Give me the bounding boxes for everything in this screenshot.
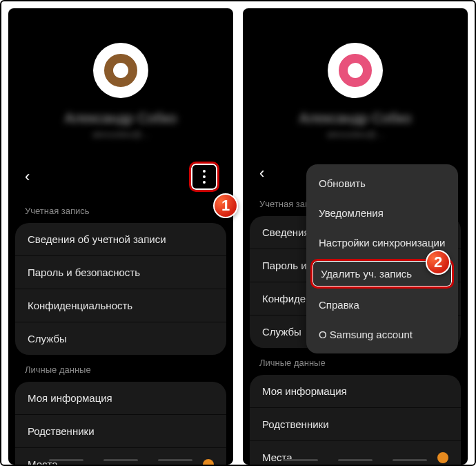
step-badge-2: 2 bbox=[426, 250, 450, 275]
avatar[interactable] bbox=[93, 43, 148, 98]
list-item[interactable]: Службы bbox=[15, 322, 226, 355]
menu-item-notifications[interactable]: Уведомления bbox=[306, 198, 458, 228]
list-item[interactable]: Родственники bbox=[250, 408, 461, 441]
menu-item-help[interactable]: Справка bbox=[306, 290, 458, 320]
user-name: Александр Собко bbox=[65, 110, 177, 126]
toolbar: ‹ bbox=[8, 157, 233, 196]
menu-item-about[interactable]: О Samsung account bbox=[306, 320, 458, 349]
profile-header: Александр Собко alexsobko@... bbox=[8, 8, 233, 153]
user-name: Александр Собко bbox=[299, 110, 412, 126]
more-button[interactable] bbox=[192, 164, 217, 189]
list-item[interactable]: Моя информация bbox=[15, 382, 226, 415]
nav-bar bbox=[8, 459, 233, 461]
list-item[interactable]: Родственники bbox=[15, 415, 226, 448]
list-item[interactable]: Сведения об учетной записи bbox=[15, 223, 226, 256]
badge-icon bbox=[437, 452, 448, 463]
nav-bar bbox=[243, 459, 468, 461]
back-button[interactable]: ‹ bbox=[259, 164, 264, 182]
personal-list: Моя информация Родственники Места bbox=[250, 375, 461, 465]
screenshot-right: Александр Собко alexsobko@... ‹ Учетная … bbox=[243, 8, 468, 465]
section-personal: Личные данные bbox=[8, 355, 233, 382]
section-account: Учетная запись bbox=[8, 196, 233, 223]
donut-icon bbox=[339, 54, 372, 87]
highlight-box bbox=[189, 162, 219, 192]
list-item[interactable]: Пароль и безопасность bbox=[15, 256, 226, 289]
profile-header: Александр Собко alexsobko@... bbox=[243, 8, 468, 153]
avatar[interactable] bbox=[328, 43, 383, 98]
list-item[interactable]: Места bbox=[15, 448, 226, 465]
personal-list: Моя информация Родственники Места bbox=[15, 382, 226, 465]
list-item[interactable]: Моя информация bbox=[250, 375, 461, 408]
user-sub: alexsobko@... bbox=[92, 129, 150, 139]
screenshot-left: Александр Собко alexsobko@... ‹ Учетная … bbox=[8, 8, 233, 465]
step-badge-1: 1 bbox=[213, 193, 238, 218]
account-list: Сведения об учетной записи Пароль и безо… bbox=[15, 223, 226, 355]
donut-icon bbox=[104, 54, 137, 87]
user-sub: alexsobko@... bbox=[327, 129, 384, 139]
back-button[interactable]: ‹ bbox=[25, 168, 30, 186]
menu-item-refresh[interactable]: Обновить bbox=[306, 168, 458, 198]
list-item[interactable]: Конфиденциальность bbox=[15, 289, 226, 322]
